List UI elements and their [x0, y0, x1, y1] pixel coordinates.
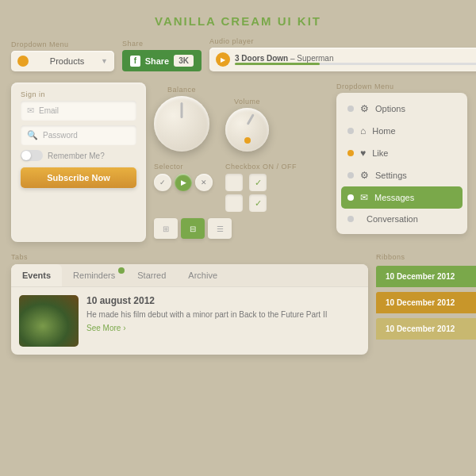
menu-label-like: Like — [372, 148, 388, 158]
chevron-down-icon: ▼ — [101, 57, 108, 65]
cb-on-wrap: ✓ ✓ — [249, 174, 267, 212]
settings-icon: ⚙ — [360, 170, 369, 181]
volume-knob[interactable] — [225, 108, 269, 152]
search-icon: 🔍 — [27, 130, 38, 140]
ribbon-3[interactable]: 10 December 2012 — [376, 318, 476, 340]
volume-knob-marker — [246, 113, 254, 125]
tabs-label: Tabs — [11, 253, 368, 261]
selector-label: Selector — [154, 163, 213, 171]
tabs-content: 10 august 2012 He made his film debut wi… — [11, 287, 368, 355]
volume-label: Volume — [225, 98, 269, 106]
messages-icon: ✉ — [360, 192, 368, 203]
ribbons-label: Ribbons — [376, 253, 476, 261]
selector-section: Selector ✓ ▶ ✕ — [154, 163, 213, 212]
dropdown-label: Dropdown Menu — [11, 40, 114, 48]
menu-item-conversation[interactable]: Conversation — [341, 209, 463, 229]
selector-x-btn[interactable]: ✕ — [195, 174, 213, 191]
facebook-icon: f — [130, 56, 140, 67]
dropdown-value: Products — [50, 56, 84, 66]
email-field[interactable]: ✉ Email — [21, 101, 136, 121]
audio-title: 3 Doors Down – Superman — [235, 54, 476, 63]
tab-reminders[interactable]: Reminders — [62, 264, 126, 286]
selector-buttons: ✓ ▶ ✕ — [154, 174, 213, 191]
article-image-inner — [19, 295, 79, 347]
menu-label-messages: Messages — [374, 193, 414, 202]
article-image — [19, 295, 79, 347]
toggle-knob — [21, 151, 31, 160]
checkbox-section: Checkbox ON / OFF ✓ ✓ — [225, 163, 297, 212]
share-button[interactable]: f Share 3K — [122, 50, 202, 71]
dropdown-menu-label: Dropdown Menu — [336, 83, 471, 90]
grid-btn-1[interactable]: ⊞ — [154, 218, 178, 239]
gear-icon: ⚙ — [360, 103, 369, 114]
balance-knob-wrap: Balance — [154, 86, 209, 155]
ribbons-panel: Ribbons 10 December 2012 10 December 201… — [376, 253, 476, 355]
article-description: He made his film debut with a minor part… — [86, 309, 327, 321]
subscribe-button[interactable]: Subscribe Now — [21, 167, 136, 188]
page-title: VANILLA CREAM UI KIT — [0, 0, 476, 37]
menu-dot-options — [347, 106, 354, 112]
password-field[interactable]: 🔍 Password — [21, 125, 136, 145]
audio-box: ▶ 3 Doors Down – Superman 3:54 — [209, 48, 476, 71]
checkbox-label: Checkbox ON / OFF — [225, 163, 297, 171]
checkbox-off-1[interactable] — [225, 174, 243, 191]
menu-label-conversation: Conversation — [367, 214, 418, 224]
remember-toggle[interactable] — [21, 150, 43, 161]
article-text-block: 10 august 2012 He made his film debut wi… — [86, 295, 327, 347]
reminders-dot — [118, 267, 125, 274]
share-widget: Share f Share 3K — [122, 40, 202, 71]
menu-label-settings: Settings — [375, 171, 407, 180]
ribbon-1-wrap: 10 December 2012 — [376, 266, 476, 287]
dropdown-menu-panel: ⚙ Options ⌂ Home ♥ Like ⚙ Settings — [336, 93, 467, 234]
menu-item-messages[interactable]: ✉ Messages — [341, 186, 463, 209]
selector-play-btn[interactable]: ▶ — [175, 174, 192, 191]
selector-check-btn[interactable]: ✓ — [154, 174, 171, 191]
cb-off-wrap — [225, 174, 243, 212]
menu-item-options[interactable]: ⚙ Options — [341, 98, 463, 120]
menu-dot-settings — [347, 172, 354, 178]
dropdown-box[interactable]: Products ▼ — [11, 51, 114, 71]
ribbon-1[interactable]: 10 December 2012 — [376, 266, 476, 287]
audio-song: Superman — [297, 54, 333, 63]
see-more-link[interactable]: See More › — [86, 324, 125, 332]
products-icon — [17, 56, 29, 67]
tabs-panel: Events Reminders Starred Archive 10 augu… — [11, 264, 368, 355]
menu-item-like[interactable]: ♥ Like — [341, 142, 463, 164]
email-icon: ✉ — [27, 106, 34, 116]
balance-label: Balance — [154, 86, 209, 94]
knob-marker — [181, 102, 183, 118]
tab-starred[interactable]: Starred — [126, 264, 177, 286]
grid-btn-2[interactable]: ⊟ — [181, 218, 205, 239]
heart-icon: ♥ — [360, 148, 366, 159]
checkbox-on-1[interactable]: ✓ — [249, 174, 267, 191]
audio-play-button[interactable]: ▶ — [216, 52, 230, 67]
tab-events[interactable]: Events — [11, 264, 62, 286]
remember-row: Remember Me? — [21, 150, 136, 161]
signin-label: Sign in — [21, 90, 136, 98]
controls-row: Selector ✓ ▶ ✕ Checkbox ON / OFF — [154, 163, 328, 212]
remember-label: Remember Me? — [48, 152, 105, 160]
signin-panel: Sign in ✉ Email 🔍 Password Remember Me? … — [11, 83, 146, 242]
audio-progress-fill — [235, 63, 320, 65]
volume-knob-wrap: Volume — [225, 98, 269, 155]
tab-archive[interactable]: Archive — [177, 264, 228, 286]
menu-item-home[interactable]: ⌂ Home — [341, 120, 463, 142]
article-date: 10 august 2012 — [86, 295, 327, 306]
menu-dot-conversation — [347, 216, 354, 222]
menu-dot-like — [347, 150, 354, 156]
grid-btn-3[interactable]: ☰ — [208, 218, 232, 239]
audio-progress-bar[interactable] — [235, 63, 476, 65]
ribbon-3-wrap: 10 December 2012 — [376, 318, 476, 340]
checkbox-off-2[interactable] — [225, 194, 243, 212]
email-placeholder: Email — [39, 106, 59, 115]
audio-label: Audio player — [209, 37, 476, 45]
balance-knob[interactable] — [154, 96, 209, 152]
menu-item-settings[interactable]: ⚙ Settings — [341, 164, 463, 186]
knobs-panel: Balance Volume Selector — [154, 83, 328, 242]
menu-dot-home — [347, 128, 354, 134]
volume-dot — [244, 137, 251, 144]
menu-label-home: Home — [372, 126, 395, 136]
see-more-label: See More — [86, 324, 121, 332]
ribbon-2[interactable]: 10 December 2012 — [376, 292, 476, 313]
checkbox-on-2[interactable]: ✓ — [249, 194, 267, 212]
